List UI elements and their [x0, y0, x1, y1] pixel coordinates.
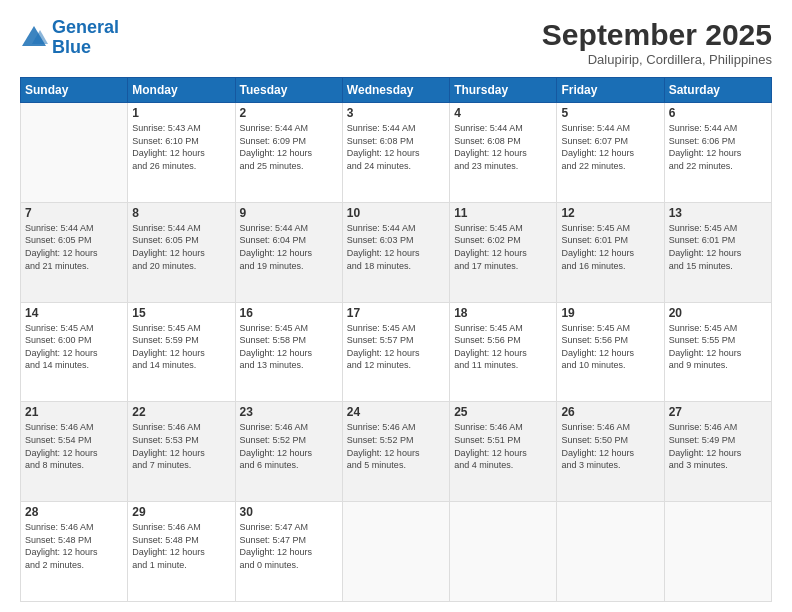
- day-info: Sunrise: 5:45 AM Sunset: 5:56 PM Dayligh…: [561, 322, 659, 372]
- day-info: Sunrise: 5:46 AM Sunset: 5:53 PM Dayligh…: [132, 421, 230, 471]
- calendar-cell: 25Sunrise: 5:46 AM Sunset: 5:51 PM Dayli…: [450, 402, 557, 502]
- day-info: Sunrise: 5:46 AM Sunset: 5:49 PM Dayligh…: [669, 421, 767, 471]
- title-block: September 2025 Dalupirip, Cordillera, Ph…: [542, 18, 772, 67]
- day-info: Sunrise: 5:46 AM Sunset: 5:52 PM Dayligh…: [347, 421, 445, 471]
- calendar-row-1: 7Sunrise: 5:44 AM Sunset: 6:05 PM Daylig…: [21, 202, 772, 302]
- month-title: September 2025: [542, 18, 772, 52]
- day-number: 6: [669, 106, 767, 120]
- day-number: 18: [454, 306, 552, 320]
- day-number: 17: [347, 306, 445, 320]
- calendar-table: SundayMondayTuesdayWednesdayThursdayFrid…: [20, 77, 772, 602]
- calendar-cell: 13Sunrise: 5:45 AM Sunset: 6:01 PM Dayli…: [664, 202, 771, 302]
- calendar-cell: 30Sunrise: 5:47 AM Sunset: 5:47 PM Dayli…: [235, 502, 342, 602]
- calendar-cell: 15Sunrise: 5:45 AM Sunset: 5:59 PM Dayli…: [128, 302, 235, 402]
- day-number: 24: [347, 405, 445, 419]
- day-info: Sunrise: 5:44 AM Sunset: 6:03 PM Dayligh…: [347, 222, 445, 272]
- calendar-cell: 1Sunrise: 5:43 AM Sunset: 6:10 PM Daylig…: [128, 103, 235, 203]
- calendar-cell: 3Sunrise: 5:44 AM Sunset: 6:08 PM Daylig…: [342, 103, 449, 203]
- day-info: Sunrise: 5:46 AM Sunset: 5:51 PM Dayligh…: [454, 421, 552, 471]
- day-number: 21: [25, 405, 123, 419]
- calendar-cell: 10Sunrise: 5:44 AM Sunset: 6:03 PM Dayli…: [342, 202, 449, 302]
- day-info: Sunrise: 5:45 AM Sunset: 6:00 PM Dayligh…: [25, 322, 123, 372]
- calendar-cell: 19Sunrise: 5:45 AM Sunset: 5:56 PM Dayli…: [557, 302, 664, 402]
- day-number: 1: [132, 106, 230, 120]
- calendar-cell: 9Sunrise: 5:44 AM Sunset: 6:04 PM Daylig…: [235, 202, 342, 302]
- day-info: Sunrise: 5:45 AM Sunset: 5:57 PM Dayligh…: [347, 322, 445, 372]
- calendar-cell: [664, 502, 771, 602]
- day-number: 22: [132, 405, 230, 419]
- logo: General Blue: [20, 18, 119, 58]
- weekday-header-tuesday: Tuesday: [235, 78, 342, 103]
- calendar-cell: 5Sunrise: 5:44 AM Sunset: 6:07 PM Daylig…: [557, 103, 664, 203]
- calendar-cell: 7Sunrise: 5:44 AM Sunset: 6:05 PM Daylig…: [21, 202, 128, 302]
- logo-text: General Blue: [52, 18, 119, 58]
- day-info: Sunrise: 5:46 AM Sunset: 5:54 PM Dayligh…: [25, 421, 123, 471]
- calendar-cell: 22Sunrise: 5:46 AM Sunset: 5:53 PM Dayli…: [128, 402, 235, 502]
- day-info: Sunrise: 5:45 AM Sunset: 5:58 PM Dayligh…: [240, 322, 338, 372]
- day-info: Sunrise: 5:46 AM Sunset: 5:50 PM Dayligh…: [561, 421, 659, 471]
- day-info: Sunrise: 5:44 AM Sunset: 6:07 PM Dayligh…: [561, 122, 659, 172]
- calendar-cell: 12Sunrise: 5:45 AM Sunset: 6:01 PM Dayli…: [557, 202, 664, 302]
- day-info: Sunrise: 5:47 AM Sunset: 5:47 PM Dayligh…: [240, 521, 338, 571]
- day-number: 20: [669, 306, 767, 320]
- day-number: 12: [561, 206, 659, 220]
- calendar-row-2: 14Sunrise: 5:45 AM Sunset: 6:00 PM Dayli…: [21, 302, 772, 402]
- weekday-header-thursday: Thursday: [450, 78, 557, 103]
- day-info: Sunrise: 5:45 AM Sunset: 6:01 PM Dayligh…: [561, 222, 659, 272]
- calendar-cell: [557, 502, 664, 602]
- day-info: Sunrise: 5:45 AM Sunset: 5:59 PM Dayligh…: [132, 322, 230, 372]
- day-number: 11: [454, 206, 552, 220]
- day-info: Sunrise: 5:45 AM Sunset: 6:02 PM Dayligh…: [454, 222, 552, 272]
- calendar-cell: 14Sunrise: 5:45 AM Sunset: 6:00 PM Dayli…: [21, 302, 128, 402]
- calendar-cell: 20Sunrise: 5:45 AM Sunset: 5:55 PM Dayli…: [664, 302, 771, 402]
- day-info: Sunrise: 5:44 AM Sunset: 6:09 PM Dayligh…: [240, 122, 338, 172]
- day-number: 16: [240, 306, 338, 320]
- day-info: Sunrise: 5:45 AM Sunset: 5:55 PM Dayligh…: [669, 322, 767, 372]
- day-number: 15: [132, 306, 230, 320]
- weekday-header-monday: Monday: [128, 78, 235, 103]
- day-info: Sunrise: 5:43 AM Sunset: 6:10 PM Dayligh…: [132, 122, 230, 172]
- weekday-header-wednesday: Wednesday: [342, 78, 449, 103]
- day-info: Sunrise: 5:44 AM Sunset: 6:05 PM Dayligh…: [132, 222, 230, 272]
- calendar-cell: 6Sunrise: 5:44 AM Sunset: 6:06 PM Daylig…: [664, 103, 771, 203]
- calendar-cell: 21Sunrise: 5:46 AM Sunset: 5:54 PM Dayli…: [21, 402, 128, 502]
- calendar-cell: 18Sunrise: 5:45 AM Sunset: 5:56 PM Dayli…: [450, 302, 557, 402]
- logo-icon: [20, 24, 48, 52]
- calendar-cell: [342, 502, 449, 602]
- calendar-cell: 2Sunrise: 5:44 AM Sunset: 6:09 PM Daylig…: [235, 103, 342, 203]
- day-number: 28: [25, 505, 123, 519]
- day-number: 25: [454, 405, 552, 419]
- day-number: 29: [132, 505, 230, 519]
- day-info: Sunrise: 5:46 AM Sunset: 5:48 PM Dayligh…: [25, 521, 123, 571]
- calendar-row-0: 1Sunrise: 5:43 AM Sunset: 6:10 PM Daylig…: [21, 103, 772, 203]
- day-number: 2: [240, 106, 338, 120]
- calendar-cell: 11Sunrise: 5:45 AM Sunset: 6:02 PM Dayli…: [450, 202, 557, 302]
- calendar-cell: 23Sunrise: 5:46 AM Sunset: 5:52 PM Dayli…: [235, 402, 342, 502]
- day-info: Sunrise: 5:45 AM Sunset: 6:01 PM Dayligh…: [669, 222, 767, 272]
- day-number: 7: [25, 206, 123, 220]
- calendar-row-4: 28Sunrise: 5:46 AM Sunset: 5:48 PM Dayli…: [21, 502, 772, 602]
- calendar-cell: 16Sunrise: 5:45 AM Sunset: 5:58 PM Dayli…: [235, 302, 342, 402]
- logo-line2: Blue: [52, 37, 91, 57]
- calendar-row-3: 21Sunrise: 5:46 AM Sunset: 5:54 PM Dayli…: [21, 402, 772, 502]
- weekday-header-row: SundayMondayTuesdayWednesdayThursdayFrid…: [21, 78, 772, 103]
- day-number: 23: [240, 405, 338, 419]
- day-number: 13: [669, 206, 767, 220]
- day-number: 14: [25, 306, 123, 320]
- day-number: 26: [561, 405, 659, 419]
- weekday-header-saturday: Saturday: [664, 78, 771, 103]
- weekday-header-friday: Friday: [557, 78, 664, 103]
- day-number: 27: [669, 405, 767, 419]
- day-info: Sunrise: 5:44 AM Sunset: 6:04 PM Dayligh…: [240, 222, 338, 272]
- calendar-cell: 17Sunrise: 5:45 AM Sunset: 5:57 PM Dayli…: [342, 302, 449, 402]
- day-number: 5: [561, 106, 659, 120]
- day-number: 3: [347, 106, 445, 120]
- day-number: 30: [240, 505, 338, 519]
- page: General Blue September 2025 Dalupirip, C…: [0, 0, 792, 612]
- day-number: 4: [454, 106, 552, 120]
- day-info: Sunrise: 5:44 AM Sunset: 6:05 PM Dayligh…: [25, 222, 123, 272]
- day-number: 8: [132, 206, 230, 220]
- calendar-cell: [450, 502, 557, 602]
- header: General Blue September 2025 Dalupirip, C…: [20, 18, 772, 67]
- location: Dalupirip, Cordillera, Philippines: [542, 52, 772, 67]
